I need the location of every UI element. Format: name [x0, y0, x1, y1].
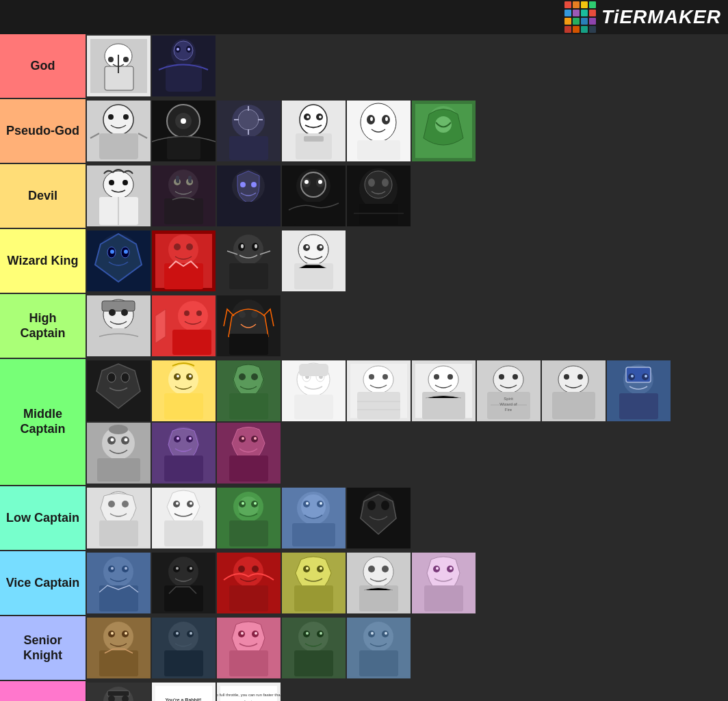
svg-point-17 [108, 114, 114, 120]
svg-point-118 [121, 309, 128, 316]
card[interactable] [152, 230, 216, 291]
svg-point-285 [103, 622, 133, 652]
card[interactable] [347, 488, 411, 548]
card[interactable] [217, 360, 281, 421]
svg-point-202 [177, 437, 179, 440]
tier-content-low-captain [86, 486, 728, 550]
svg-point-6 [123, 57, 129, 62]
svg-point-77 [304, 180, 309, 184]
card[interactable] [217, 295, 281, 356]
tier-label-devil: Devil [0, 164, 86, 228]
svg-rect-66 [188, 176, 192, 183]
card[interactable] [87, 360, 151, 421]
tier-row-devil: Devil [0, 164, 728, 229]
svg-point-94 [168, 235, 198, 265]
card[interactable] [87, 295, 151, 356]
card[interactable] [282, 230, 346, 291]
svg-point-70 [251, 182, 257, 187]
card[interactable] [87, 166, 151, 226]
card[interactable] [282, 166, 346, 226]
svg-point-222 [190, 502, 192, 505]
header: TiERMAKER [0, 0, 728, 34]
card[interactable] [217, 166, 281, 226]
card[interactable] [282, 101, 346, 161]
card[interactable] [152, 423, 216, 484]
svg-rect-130 [229, 334, 268, 355]
svg-point-288 [111, 632, 114, 635]
svg-rect-154 [299, 364, 328, 376]
card[interactable] [87, 423, 151, 484]
svg-rect-258 [164, 585, 203, 611]
tier-content-devil [86, 164, 728, 228]
card[interactable] [152, 166, 216, 226]
card[interactable] [152, 36, 216, 96]
card[interactable] [282, 553, 346, 613]
card[interactable] [152, 618, 216, 678]
tier-label-god: God [0, 34, 86, 98]
card[interactable] [542, 360, 606, 421]
card[interactable] [217, 618, 281, 678]
card[interactable]: Spirit Wizard of Fire [477, 360, 541, 421]
card[interactable]: we go full throttle, you can run faster … [217, 683, 281, 701]
card[interactable] [87, 36, 151, 96]
card[interactable] [152, 553, 216, 613]
card[interactable] [152, 360, 216, 421]
card[interactable] [87, 230, 151, 291]
svg-point-269 [306, 567, 309, 570]
svg-point-188 [645, 375, 647, 378]
card[interactable] [347, 553, 411, 613]
svg-point-274 [368, 566, 375, 572]
svg-point-243 [367, 501, 376, 510]
card[interactable] [412, 101, 476, 161]
card[interactable] [87, 488, 151, 548]
svg-point-263 [252, 566, 259, 572]
card[interactable] [152, 488, 216, 548]
card[interactable] [87, 101, 151, 161]
svg-point-34 [300, 105, 327, 135]
svg-point-302 [241, 632, 244, 635]
card[interactable] [347, 101, 411, 161]
card[interactable] [347, 360, 411, 421]
svg-point-310 [320, 632, 322, 635]
card[interactable] [282, 618, 346, 678]
svg-point-124 [196, 310, 202, 316]
card[interactable] [87, 553, 151, 613]
svg-rect-40 [304, 136, 324, 142]
svg-point-309 [306, 632, 309, 635]
card[interactable] [217, 553, 281, 613]
tier-label-vice-captain: Vice Captain [0, 551, 86, 615]
card[interactable] [412, 553, 476, 613]
card[interactable] [347, 618, 411, 678]
card[interactable] [217, 101, 281, 161]
card[interactable] [412, 360, 476, 421]
card[interactable] [282, 488, 346, 548]
svg-rect-204 [164, 455, 203, 481]
svg-point-128 [239, 311, 246, 318]
svg-rect-321 [107, 691, 129, 696]
card[interactable] [607, 360, 671, 421]
svg-point-112 [320, 246, 322, 248]
svg-rect-181 [552, 392, 595, 419]
card[interactable] [87, 618, 151, 678]
card[interactable] [347, 166, 411, 226]
svg-text:Spirit: Spirit [504, 397, 513, 401]
card[interactable] [217, 488, 281, 548]
card[interactable] [282, 360, 346, 421]
svg-point-157 [363, 366, 393, 393]
card[interactable]: You're a Rabbit! we go full throttle, yo… [152, 683, 216, 701]
card[interactable] [152, 101, 216, 161]
card[interactable] [87, 683, 151, 701]
card[interactable] [217, 423, 281, 484]
svg-point-215 [122, 501, 129, 507]
svg-point-12 [177, 48, 179, 51]
tier-label-middle-captain: Middle Captain [0, 359, 86, 485]
tiermaker-logo: TiERMAKER [564, 1, 721, 33]
svg-rect-318 [359, 650, 398, 676]
svg-point-27 [238, 109, 259, 130]
card[interactable] [152, 295, 216, 356]
svg-point-256 [176, 567, 179, 570]
svg-rect-153 [294, 395, 333, 419]
svg-point-103 [255, 244, 257, 248]
card[interactable] [217, 230, 281, 291]
svg-rect-104 [229, 263, 268, 289]
